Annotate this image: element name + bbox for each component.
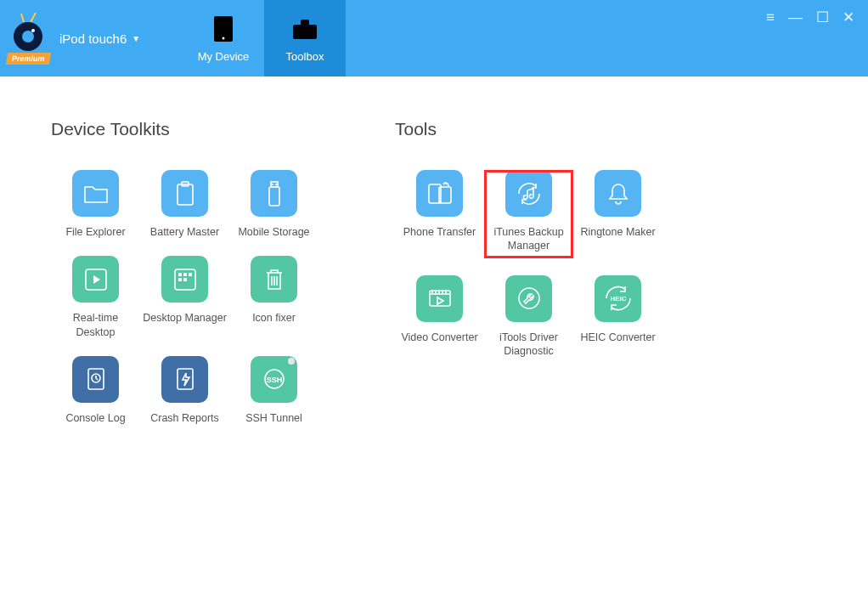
window-controls: ≡ — ☐ ✕ xyxy=(766,0,868,76)
log-file-icon xyxy=(72,356,119,403)
svg-rect-13 xyxy=(189,273,192,276)
svg-point-1 xyxy=(223,37,225,39)
svg-rect-18 xyxy=(178,369,193,389)
toolkits-grid: File Explorer Battery Master Mobile Stor… xyxy=(51,170,318,425)
section-title: Device Toolkits xyxy=(51,119,318,139)
folder-icon xyxy=(72,170,119,217)
svg-rect-12 xyxy=(183,273,187,276)
notification-dot-icon xyxy=(288,358,295,365)
app-header: Premium iPod touch6 ▼ My Device Toolbox … xyxy=(0,0,868,76)
chevron-down-icon: ▼ xyxy=(132,34,140,43)
device-toolkits-section: Device Toolkits File Explorer Battery Ma… xyxy=(51,119,318,425)
item-label: File Explorer xyxy=(65,225,125,239)
maximize-icon[interactable]: ☐ xyxy=(816,10,829,25)
usb-icon xyxy=(251,170,297,217)
tab-toolbox[interactable]: Toolbox xyxy=(264,0,346,76)
premium-badge: Premium xyxy=(6,53,51,65)
tab-label: My Device xyxy=(198,50,250,63)
phone-transfer-icon xyxy=(416,170,463,217)
device-selector[interactable]: iPod touch6 ▼ xyxy=(59,31,140,46)
bell-icon xyxy=(595,170,641,217)
brand-section: Premium iPod touch6 ▼ xyxy=(0,0,183,76)
item-label: Desktop Manager xyxy=(143,311,227,325)
tab-label: Toolbox xyxy=(286,50,324,63)
item-label: SSH Tunnel xyxy=(245,411,302,425)
svg-rect-3 xyxy=(178,184,193,205)
music-sync-icon xyxy=(505,170,552,217)
content-area: Device Toolkits File Explorer Battery Ma… xyxy=(0,76,868,467)
item-heic-converter[interactable]: HEIC HEIC Converter xyxy=(573,275,662,359)
item-label: Phone Transfer xyxy=(403,225,476,239)
item-battery-master[interactable]: Battery Master xyxy=(140,170,229,239)
item-console-log[interactable]: Console Log xyxy=(51,356,140,425)
item-file-explorer[interactable]: File Explorer xyxy=(51,170,140,239)
item-label: Console Log xyxy=(65,411,125,425)
tools-section: Tools Phone Transfer iTunes Backup Manag… xyxy=(395,119,662,425)
trash-icon xyxy=(251,256,297,303)
item-label: iTunes Backup Manager xyxy=(487,225,572,253)
item-label: Crash Reports xyxy=(150,411,219,425)
svg-text:SSH: SSH xyxy=(266,376,282,384)
play-icon xyxy=(72,256,119,303)
heic-icon: HEIC xyxy=(595,275,641,322)
device-name: iPod touch6 xyxy=(59,31,127,46)
svg-point-24 xyxy=(519,288,539,308)
item-label: Mobile Storage xyxy=(238,225,309,239)
tools-grid: Phone Transfer iTunes Backup Manager Rin… xyxy=(395,170,662,358)
item-label: Ringtone Maker xyxy=(580,225,655,239)
apps-grid-icon xyxy=(161,256,208,303)
crash-file-icon xyxy=(161,356,208,403)
item-desktop-manager[interactable]: Desktop Manager xyxy=(140,256,229,339)
svg-rect-15 xyxy=(183,278,187,281)
item-mobile-storage[interactable]: Mobile Storage xyxy=(229,170,318,239)
close-icon[interactable]: ✕ xyxy=(843,10,854,25)
item-itunes-backup-manager[interactable]: iTunes Backup Manager xyxy=(484,170,573,258)
svg-text:HEIC: HEIC xyxy=(610,295,626,303)
item-ringtone-maker[interactable]: Ringtone Maker xyxy=(573,170,662,258)
item-label: Video Converter xyxy=(401,331,477,344)
wrench-icon xyxy=(505,275,552,322)
item-label: Icon fixer xyxy=(252,311,296,325)
section-title: Tools xyxy=(395,119,662,139)
main-tabs: My Device Toolbox xyxy=(183,0,346,76)
toolbox-icon xyxy=(290,14,319,43)
item-label: Battery Master xyxy=(150,225,219,239)
minimize-icon[interactable]: — xyxy=(788,10,803,25)
svg-rect-2 xyxy=(293,25,317,39)
tab-my-device[interactable]: My Device xyxy=(183,0,264,76)
item-phone-transfer[interactable]: Phone Transfer xyxy=(395,170,484,258)
item-ssh-tunnel[interactable]: SSH SSH Tunnel xyxy=(229,356,318,425)
menu-icon[interactable]: ≡ xyxy=(766,10,775,25)
item-video-converter[interactable]: Video Converter xyxy=(395,275,484,359)
film-icon xyxy=(416,275,463,322)
svg-rect-5 xyxy=(269,187,279,206)
item-crash-reports[interactable]: Crash Reports xyxy=(140,356,229,425)
item-realtime-desktop[interactable]: Real-time Desktop xyxy=(51,256,140,339)
item-label: Real-time Desktop xyxy=(54,311,138,339)
item-label: iTools Driver Diagnostic xyxy=(487,331,572,359)
item-icon-fixer[interactable]: Icon fixer xyxy=(229,256,318,339)
clipboard-icon xyxy=(161,170,208,217)
svg-rect-14 xyxy=(178,278,182,281)
app-logo-icon: Premium xyxy=(8,17,51,59)
tablet-icon xyxy=(209,14,238,43)
item-driver-diagnostic[interactable]: iTools Driver Diagnostic xyxy=(484,275,573,359)
svg-rect-11 xyxy=(178,273,182,276)
item-label: HEIC Converter xyxy=(580,331,655,344)
